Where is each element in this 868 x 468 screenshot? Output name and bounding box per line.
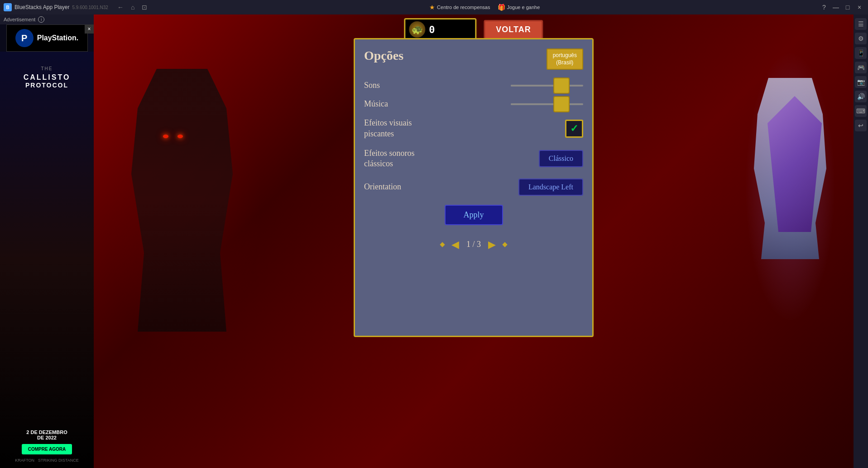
character-right bbox=[745, 51, 835, 323]
orientation-button[interactable]: Landscape Left bbox=[518, 179, 583, 196]
nav-home-button[interactable]: ⌂ bbox=[128, 3, 137, 12]
title-bar-left: B BlueStacks App Player 5.9.600.1001.N32… bbox=[0, 3, 150, 12]
top-hud: 🐢 0 VOLTAR bbox=[404, 18, 543, 41]
restore-button[interactable]: □ bbox=[843, 2, 853, 12]
title-bar-center: ★ Centro de recompensas 🎁 Jogue e ganhe bbox=[150, 4, 819, 11]
orientation-label: Orientation bbox=[364, 182, 511, 192]
sidebar-icon-3[interactable]: 🎮 bbox=[855, 62, 867, 73]
app-name: BlueStacks App Player bbox=[14, 4, 69, 10]
rewards-center-badge[interactable]: ★ Centro de recompensas bbox=[429, 4, 490, 11]
ps-logo: P bbox=[15, 29, 34, 47]
ps-name: PlayStation. bbox=[37, 34, 79, 42]
game-area: 🐢 0 VOLTAR Opções português (Brasil) Son… bbox=[94, 14, 854, 468]
game-credits: KRAFTON STRIKING DISTANCE bbox=[15, 458, 79, 463]
eye-left bbox=[163, 135, 168, 138]
sidebar-icon-7[interactable]: ↩ bbox=[855, 120, 867, 131]
options-title: Opções bbox=[364, 48, 403, 63]
coin-display: 🐢 0 bbox=[404, 18, 476, 41]
efeitos-sonoros-toggle[interactable]: Clássico bbox=[539, 150, 583, 167]
title-bar: B BlueStacks App Player 5.9.600.1001.N32… bbox=[0, 0, 868, 14]
sons-row: Sons bbox=[364, 81, 583, 90]
playstation-banner[interactable]: P PlayStation. bbox=[6, 24, 88, 52]
efeitos-sonoros-control: Clássico bbox=[539, 150, 583, 167]
character-left bbox=[103, 42, 261, 359]
efeitos-sonoros-row: Efeitos sonoros clássicos Clássico bbox=[364, 148, 583, 169]
musica-slider-thumb[interactable] bbox=[553, 96, 570, 112]
sidebar-icon-1[interactable]: ⚙ bbox=[855, 33, 867, 44]
title-bar-controls: ? — □ × bbox=[819, 2, 868, 12]
gift-icon: 🎁 bbox=[498, 4, 505, 11]
efeitos-visuais-label: Efeitos visuais piscantes bbox=[364, 118, 558, 139]
nav-bookmark-button[interactable]: ⊡ bbox=[139, 3, 150, 12]
musica-slider-track[interactable] bbox=[511, 103, 583, 105]
musica-label: Música bbox=[364, 99, 504, 109]
pagination: ◀ 1 / 3 ▶ bbox=[364, 234, 583, 251]
minimize-button[interactable]: — bbox=[831, 2, 841, 12]
ad-label: Advertisement bbox=[4, 17, 35, 22]
musica-control bbox=[511, 103, 583, 105]
close-button[interactable]: × bbox=[854, 2, 864, 12]
right-sidebar: ☰ ⚙ 📱 🎮 📷 🔊 ⌨ ↩ bbox=[854, 14, 868, 468]
language-button[interactable]: português (Brasil) bbox=[547, 48, 583, 70]
efeitos-visuais-row: Efeitos visuais piscantes bbox=[364, 118, 583, 139]
star-icon: ★ bbox=[429, 4, 435, 11]
ad-close-button[interactable]: × bbox=[85, 24, 94, 34]
ad-panel: Advertisement i × P PlayStation. THE CAL… bbox=[0, 14, 94, 468]
sons-label: Sons bbox=[364, 81, 504, 90]
play-earn-badge[interactable]: 🎁 Jogue e ganhe bbox=[498, 4, 540, 11]
efeitos-sonoros-label: Efeitos sonoros clássicos bbox=[364, 148, 532, 169]
musica-row: Música bbox=[364, 99, 583, 109]
efeitos-visuais-checkbox[interactable] bbox=[565, 120, 583, 138]
sidebar-icon-2[interactable]: 📱 bbox=[855, 47, 867, 59]
game-date: 2 DE DEZEMBRO DE 2022 bbox=[26, 429, 67, 440]
page-indicator: 1 / 3 bbox=[466, 240, 481, 249]
efeitos-visuais-control bbox=[565, 120, 583, 138]
title-bar-nav: ← ⌂ ⊡ bbox=[115, 3, 150, 12]
help-button[interactable]: ? bbox=[819, 2, 829, 12]
villain-figure bbox=[119, 69, 245, 332]
app-version: 5.9.600.1001.N32 bbox=[72, 5, 108, 10]
voltar-button[interactable]: VOLTAR bbox=[484, 20, 543, 39]
coin-icon: 🐢 bbox=[409, 21, 425, 38]
eye-right bbox=[177, 135, 183, 138]
villain-eyes bbox=[163, 135, 183, 138]
bluestacks-logo: B bbox=[4, 3, 12, 11]
sidebar-icon-6[interactable]: ⌨ bbox=[855, 105, 867, 117]
ad-game-image[interactable]: THE CALLISTO PROTOCOL 2 DE DEZEMBRO DE 2… bbox=[0, 52, 94, 468]
sons-control bbox=[511, 85, 583, 87]
orientation-control: Landscape Left bbox=[518, 179, 583, 196]
diamond-left-top bbox=[440, 242, 445, 247]
sons-slider-track[interactable] bbox=[511, 85, 583, 87]
ad-info-icon[interactable]: i bbox=[38, 16, 44, 23]
sidebar-icon-5[interactable]: 🔊 bbox=[855, 91, 867, 102]
options-header: Opções português (Brasil) bbox=[364, 48, 583, 70]
apply-button[interactable]: Apply bbox=[445, 205, 503, 225]
sons-slider-thumb[interactable] bbox=[553, 77, 570, 94]
nav-back-button[interactable]: ← bbox=[115, 3, 126, 12]
diamond-right-top bbox=[502, 242, 507, 247]
sidebar-icon-4[interactable]: 📷 bbox=[855, 76, 867, 88]
ad-content: × P PlayStation. THE CALLISTO PROTOCOL 2… bbox=[0, 24, 94, 468]
page-prev-button[interactable]: ◀ bbox=[451, 239, 459, 251]
ad-header: Advertisement i bbox=[0, 14, 94, 24]
coin-amount: 0 bbox=[429, 24, 435, 35]
options-dialog: Opções português (Brasil) Sons Música bbox=[354, 38, 594, 337]
orientation-row: Orientation Landscape Left bbox=[364, 179, 583, 196]
credit2: STRIKING DISTANCE bbox=[38, 458, 79, 463]
buy-button[interactable]: COMPRE AGORA bbox=[22, 444, 72, 454]
sidebar-icon-0[interactable]: ☰ bbox=[855, 18, 867, 30]
page-next-button[interactable]: ▶ bbox=[488, 239, 496, 251]
credit1: KRAFTON bbox=[15, 458, 34, 463]
